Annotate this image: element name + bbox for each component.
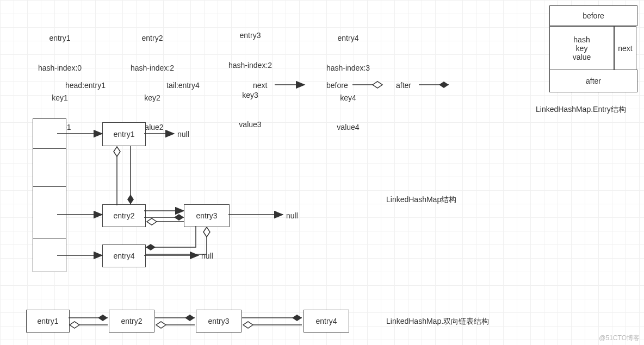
entry-name: entry1 [27, 33, 92, 43]
entry-struct-core: hash key value [549, 26, 614, 71]
diagram-canvas: entry1 hash-index:0 key1 value1 entry2 h… [0, 0, 644, 345]
hash-entry3-box: entry3 [184, 204, 230, 227]
hash-diagram-caption: LinkedHashMap结构 [386, 195, 456, 204]
hash-entry3-label: entry3 [196, 211, 218, 220]
hash-entry4-box: entry4 [102, 244, 146, 267]
dll-entry1-box: entry1 [26, 310, 70, 333]
entry-hash-index: hash-index:0 [27, 63, 92, 73]
dll-caption: LinkedHashMap.双向链表结构 [386, 316, 489, 326]
entry3-info: entry3 hash-index:2 key3 value3 [218, 11, 283, 149]
dll-entry2-box: entry2 [109, 310, 154, 333]
entry-value: value3 [218, 120, 283, 129]
tail-pointer-label: tail:entry4 [166, 80, 200, 90]
bucket-0 [33, 118, 66, 149]
null-label-1: null [177, 129, 189, 139]
entry-struct-value: value [573, 53, 591, 61]
entry4-info: entry4 hash-index:3 key4 value4 [315, 14, 381, 152]
entry-hash-index: hash-index:2 [120, 63, 185, 73]
entry-struct-after: after [549, 70, 637, 92]
entry-key: key3 [218, 90, 283, 100]
dll-entry4-box: entry4 [304, 310, 349, 333]
entry-hash-index: hash-index:3 [315, 63, 381, 73]
entry-struct-key: key [576, 44, 588, 53]
bucket-2 [33, 186, 66, 240]
hash-entry2-box: entry2 [102, 204, 146, 227]
dll-entry3-box: entry3 [196, 310, 242, 333]
dll-entry1-label: entry1 [38, 317, 59, 325]
null-label-3: null [201, 251, 213, 261]
entry-struct-diagram: before hash key value next after [549, 5, 636, 92]
entry-key: key2 [120, 93, 185, 103]
entry-name: entry2 [120, 33, 185, 43]
entry-name: entry3 [218, 30, 283, 40]
entry-key: key1 [27, 93, 92, 103]
hash-entry4-label: entry4 [114, 252, 135, 260]
watermark: @51CTO博客 [599, 334, 640, 343]
entry-struct-next: next [614, 26, 636, 71]
entry-struct-before-label: before [583, 11, 604, 20]
dll-entry4-label: entry4 [316, 317, 337, 325]
entry-value: value4 [315, 122, 381, 132]
entry-name: entry4 [315, 33, 381, 43]
bucket-1 [33, 148, 66, 187]
dll-entry2-label: entry2 [121, 317, 143, 325]
entry-struct-hash: hash [573, 35, 590, 44]
entry-hash-index: hash-index:2 [218, 60, 283, 70]
dll-entry3-label: entry3 [208, 317, 230, 325]
hash-entry1-label: entry1 [114, 130, 135, 139]
entry-struct-before: before [549, 5, 637, 26]
hash-entry2-label: entry2 [114, 211, 135, 220]
legend-after-label: after [396, 80, 411, 90]
legend-next-label: next [253, 80, 267, 90]
null-label-2: null [286, 211, 298, 221]
legend-before-label: before [326, 80, 348, 90]
entry-struct-next-label: next [618, 44, 632, 53]
entry-struct-caption: LinkedHashMap.Entry结构 [536, 104, 626, 114]
head-pointer-label: head:entry1 [65, 80, 106, 90]
entry-struct-after-label: after [586, 77, 601, 85]
bucket-3 [33, 239, 66, 272]
hash-entry1-box: entry1 [102, 122, 146, 146]
entry-key: key4 [315, 93, 381, 103]
